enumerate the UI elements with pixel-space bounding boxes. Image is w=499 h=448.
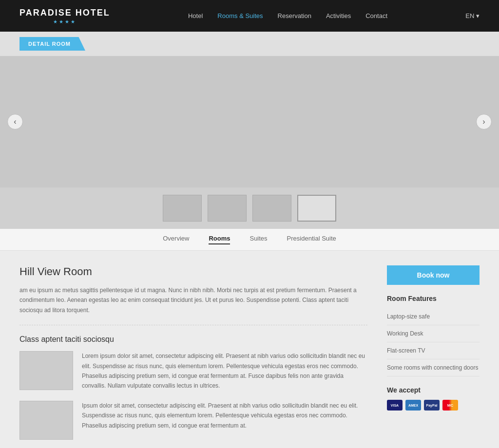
content-item-2: Ipsum dolor sit amet, consectetur adipis… <box>19 401 367 440</box>
nav-rooms-suites[interactable]: Rooms & Suites <box>217 12 263 19</box>
logo: PARADISE HOTEL ★★★★ <box>19 8 110 24</box>
divider-1 <box>19 325 367 325</box>
we-accept-title: We accept <box>387 386 480 394</box>
thumbnail-2[interactable] <box>208 195 247 222</box>
payment-icons: VISA AMEX PayPal MC <box>387 400 480 411</box>
nav-hotel[interactable]: Hotel <box>188 12 203 19</box>
feature-connecting-doors: Some rooms with connecting doors <box>387 359 480 376</box>
image-slider: ‹ › <box>0 56 499 187</box>
tab-rooms[interactable]: Rooms <box>209 235 230 244</box>
content-image-2 <box>19 401 73 440</box>
breadcrumb-bar: DETAIL ROOM <box>0 32 499 56</box>
content-text-2: Ipsum dolor sit amet, consectetur adipis… <box>82 401 367 440</box>
breadcrumb: DETAIL ROOM <box>19 37 85 51</box>
subnav: Overview Rooms Suites Presidential Suite <box>0 229 499 251</box>
thumbnail-1[interactable] <box>163 195 202 222</box>
language-selector[interactable]: EN ▾ <box>465 12 480 19</box>
feature-flatscreen-tv: Flat-screen TV <box>387 342 480 359</box>
section-title: Class aptent taciti sociosqu <box>19 335 367 344</box>
main-content: Hill View Room am eu ipsum ac metus sagi… <box>0 251 499 448</box>
feature-working-desk: Working Desk <box>387 325 480 342</box>
feature-laptop-safe: Laptop-size safe <box>387 308 480 325</box>
room-title: Hill View Room <box>19 265 367 278</box>
nav-reservation[interactable]: Reservation <box>278 12 311 19</box>
thumbnail-strip <box>0 187 499 229</box>
payment-mastercard: MC <box>442 400 458 411</box>
content-item-1: Lorem ipsum dolor sit amet, consectetur … <box>19 351 367 391</box>
tab-overview[interactable]: Overview <box>163 235 189 244</box>
content-text-1: Lorem ipsum dolor sit amet, consectetur … <box>82 351 367 391</box>
thumbnail-4[interactable] <box>297 195 336 222</box>
content-image-1 <box>19 351 73 390</box>
tab-suites[interactable]: Suites <box>250 235 267 244</box>
slider-prev-button[interactable]: ‹ <box>7 114 23 130</box>
room-features-title: Room Features <box>387 295 480 302</box>
payment-paypal: PayPal <box>424 400 440 411</box>
nav-activities[interactable]: Activities <box>326 12 351 19</box>
thumbnail-3[interactable] <box>252 195 291 222</box>
nav-contact[interactable]: Contact <box>365 12 387 19</box>
navbar: PARADISE HOTEL ★★★★ Hotel Rooms & Suites… <box>0 0 499 32</box>
book-now-button[interactable]: Book now <box>387 265 480 285</box>
sidebar: Book now Room Features Laptop-size safe … <box>387 265 480 448</box>
slider-next-button[interactable]: › <box>476 114 492 130</box>
content-left: Hill View Room am eu ipsum ac metus sagi… <box>19 265 387 448</box>
nav-links: Hotel Rooms & Suites Reservation Activit… <box>188 12 387 19</box>
logo-stars: ★★★★ <box>53 19 77 24</box>
logo-text: PARADISE HOTEL <box>19 8 110 18</box>
tab-presidential-suite[interactable]: Presidential Suite <box>287 235 336 244</box>
payment-amex: AMEX <box>405 400 421 411</box>
room-description: am eu ipsum ac metus sagittis pellentesq… <box>19 285 367 315</box>
payment-visa: VISA <box>387 400 403 411</box>
